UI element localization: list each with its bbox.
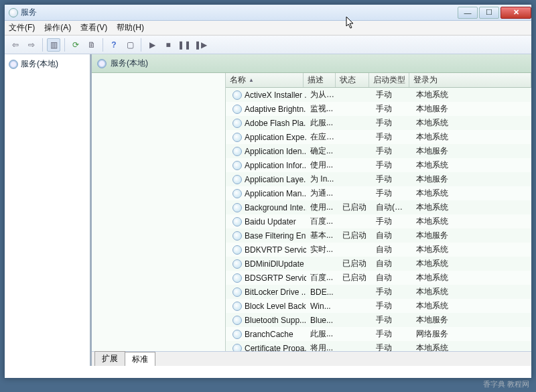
table-row[interactable]: BDSGRTP Service百度...已启动自动本地系统	[226, 271, 531, 285]
statusbar	[5, 366, 531, 378]
table-row[interactable]: ActiveX Installer ...为从 ...手动本地系统	[226, 88, 531, 102]
service-icon	[232, 259, 242, 269]
pause-button[interactable]: ❚❚	[178, 38, 191, 52]
service-icon	[232, 133, 242, 142]
table-row[interactable]: Certificate Propa...将用...手动本地系统	[226, 341, 531, 351]
table-row[interactable]: BitLocker Drive ...BDE...手动本地系统	[226, 285, 531, 299]
refresh-button[interactable]: ⟳	[69, 38, 82, 52]
view-tabs: 扩展 标准	[92, 351, 531, 366]
close-button[interactable]: ✕	[500, 7, 531, 19]
minimize-button[interactable]: —	[458, 7, 478, 19]
table-row[interactable]: Application Man...为通...手动本地系统	[226, 186, 531, 200]
cell-startup: 自动	[372, 272, 412, 283]
help-button[interactable]: ?	[107, 38, 121, 52]
col-name[interactable]: 名称▲	[226, 73, 304, 87]
app-icon	[9, 8, 18, 17]
table-row[interactable]: BranchCache此服...手动网络服务	[226, 327, 531, 341]
col-status[interactable]: 状态	[336, 73, 369, 87]
services-icon	[9, 60, 18, 69]
table-row[interactable]: BDMiniDlUpdate已启动自动本地系统	[226, 257, 531, 271]
cell-logon: 本地系统	[412, 89, 466, 101]
content-title: 服务(本地)	[111, 58, 148, 69]
cell-startup: 手动	[372, 89, 412, 101]
cell-desc: Blue...	[306, 316, 338, 325]
table-row[interactable]: Application Laye...为 In...手动本地服务	[226, 172, 531, 186]
cell-desc: 在应 ...	[306, 131, 338, 143]
service-icon	[232, 344, 242, 352]
show-hide-tree-button[interactable]: ▥	[47, 38, 60, 52]
cell-name: BranchCache	[228, 330, 306, 339]
cell-desc: 为通...	[306, 188, 338, 199]
tree-root-item[interactable]: 服务(本地)	[6, 57, 88, 71]
col-logon[interactable]: 登录为	[409, 73, 531, 87]
service-icon	[232, 189, 242, 198]
properties-button[interactable]: ▢	[123, 38, 137, 52]
menu-action[interactable]: 操作(A)	[44, 22, 71, 34]
titlebar[interactable]: 服务 — ☐ ✕	[5, 5, 531, 21]
cell-logon: 本地系统	[412, 131, 466, 143]
table-row[interactable]: Block Level Back...Win...手动本地系统	[226, 299, 531, 313]
export-button[interactable]: 🗎	[85, 38, 98, 52]
cell-name: Bluetooth Supp...	[228, 316, 306, 325]
cell-desc: 监视...	[306, 103, 338, 115]
cell-desc: 将用...	[306, 342, 338, 351]
table-row[interactable]: Adobe Flash Pla...此服...手动本地系统	[226, 116, 531, 130]
menu-view[interactable]: 查看(V)	[80, 22, 107, 34]
tab-extended[interactable]: 扩展	[94, 351, 125, 366]
restart-button[interactable]: ❚▶	[194, 38, 207, 52]
cell-startup: 自动(延迟...	[372, 202, 412, 213]
cell-name: ActiveX Installer ...	[228, 90, 306, 100]
cell-logon: 本地系统	[412, 286, 466, 298]
column-headers: 名称▲ 描述 状态 启动类型 登录为	[226, 73, 531, 88]
cell-startup: 自动	[372, 244, 412, 255]
cell-logon: 本地系统	[412, 300, 466, 312]
table-row[interactable]: Application Iden...确定...手动本地服务	[226, 144, 531, 158]
col-desc[interactable]: 描述	[304, 73, 336, 87]
service-icon	[232, 203, 242, 212]
cell-desc: 此服...	[306, 328, 338, 340]
cell-desc: 百度...	[306, 216, 338, 227]
services-rows[interactable]: ActiveX Installer ...为从 ...手动本地系统Adaptiv…	[226, 88, 531, 351]
content-pane: 服务(本地) 名称▲ 描述 状态 启动类型 登录为 ActiveX Instal…	[92, 54, 531, 366]
service-icon	[232, 105, 242, 114]
maximize-button[interactable]: ☐	[479, 7, 499, 19]
service-icon	[232, 119, 242, 128]
service-icon	[232, 273, 242, 283]
cell-startup: 手动	[372, 286, 412, 298]
menu-file[interactable]: 文件(F)	[9, 22, 35, 34]
table-row[interactable]: Bluetooth Supp...Blue...手动本地服务	[226, 313, 531, 327]
tab-standard[interactable]: 标准	[125, 352, 155, 366]
cell-desc: 百度...	[306, 272, 338, 283]
cell-startup: 手动	[372, 188, 412, 199]
back-button[interactable]: ⇦	[9, 38, 22, 52]
table-row[interactable]: Base Filtering En...基本...已启动自动本地服务	[226, 228, 531, 243]
cell-desc: Win...	[306, 302, 338, 311]
table-row[interactable]: BDKVRTP Service实时...自动本地系统	[226, 243, 531, 257]
table-row[interactable]: Adaptive Brightn...监视...手动本地服务	[226, 102, 531, 116]
cell-desc: BDE...	[306, 287, 338, 297]
cell-desc: 此服...	[306, 117, 338, 129]
cell-logon: 本地服务	[412, 230, 466, 241]
detail-pane	[92, 73, 226, 351]
services-list: 名称▲ 描述 状态 启动类型 登录为 ActiveX Installer ...…	[226, 73, 531, 351]
cell-startup: 手动	[372, 103, 412, 115]
menu-help[interactable]: 帮助(H)	[117, 22, 144, 34]
table-row[interactable]: Application Expe...在应 ...手动本地系统	[226, 130, 531, 144]
menubar: 文件(F) 操作(A) 查看(V) 帮助(H)	[5, 21, 531, 36]
cell-desc: 使用...	[306, 159, 338, 171]
table-row[interactable]: Application Infor...使用...手动本地系统	[226, 158, 531, 172]
cell-startup: 手动	[372, 159, 412, 171]
console-tree[interactable]: 服务(本地)	[5, 54, 92, 366]
table-row[interactable]: Background Inte...使用...已启动自动(延迟...本地系统	[226, 200, 531, 214]
stop-button[interactable]: ■	[161, 38, 175, 52]
cell-logon: 本地系统	[412, 159, 466, 171]
cell-name: BDMiniDlUpdate	[228, 259, 306, 269]
forward-button[interactable]: ⇨	[25, 38, 38, 52]
cell-desc: 为 In...	[306, 174, 338, 185]
col-startup[interactable]: 启动类型	[369, 73, 409, 87]
start-button[interactable]: ▶	[145, 38, 159, 52]
separator	[64, 38, 65, 52]
main-body: 服务(本地) 服务(本地) 名称▲ 描述 状态 启动类型 登录为	[5, 54, 531, 366]
cell-logon: 本地系统	[412, 342, 466, 351]
table-row[interactable]: Baidu Updater百度...手动本地系统	[226, 214, 531, 228]
